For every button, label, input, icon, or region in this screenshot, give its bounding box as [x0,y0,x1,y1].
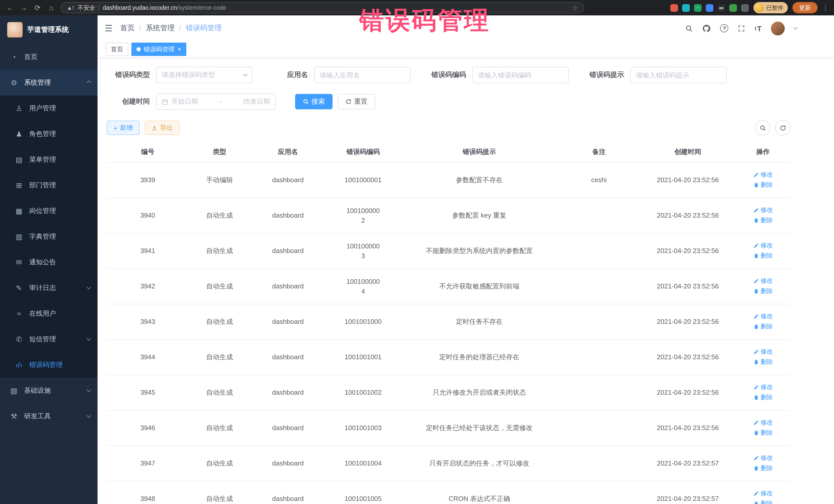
sidebar-item-11[interactable]: ✆短信管理 [0,326,97,352]
column-header-4: 错误码提示 [400,141,558,162]
sidebar-item-10[interactable]: ≈在线用户 [0,301,97,326]
search-icon[interactable] [685,24,693,32]
breadcrumb-item-0[interactable]: 首页 [120,24,135,33]
app-name-input[interactable] [314,67,411,83]
error-hint-input[interactable] [630,67,727,83]
help-icon[interactable]: ? [720,24,728,32]
sidebar-item-7[interactable]: ▥字典管理 [0,224,97,249]
edit-link[interactable]: 修改 [753,311,773,321]
sidebar-item-3[interactable]: ♟角色管理 [0,121,97,147]
github-icon[interactable] [702,24,711,32]
extension-puzzle-icon[interactable] [741,4,749,12]
table-row: 3947自动生成dashboard1001001004只有开启状态的任务，才可以… [107,446,790,481]
address-bar[interactable]: ▲! 不安全 dashboard.yudao.iocoder.cn/system… [61,2,584,13]
browser-menu-icon[interactable]: ⋮ [822,4,829,12]
refresh-icon[interactable] [775,120,790,135]
cell-remark [558,233,640,269]
cell-id: 3946 [107,410,189,446]
tab-1[interactable]: 错误码管理× [131,43,186,56]
cell-code: 1001001005 [325,481,400,504]
edit-link[interactable]: 修改 [753,170,773,179]
app-logo[interactable]: 芋道管理系统 [0,15,97,44]
toggle-search-icon[interactable] [755,120,770,135]
sidebar-item-8[interactable]: ✉通知公告 [0,249,97,275]
tab-close-icon[interactable]: × [178,46,181,52]
extension-grid-icon[interactable] [706,4,714,12]
cell-id: 3940 [107,198,189,233]
edit-link[interactable]: 修改 [753,347,773,356]
table-row: 3943自动生成dashboard1001001000定时任务不存在2021-0… [107,304,790,339]
sidebar-item-6[interactable]: ▦岗位管理 [0,198,97,224]
department-icon: ⊞ [14,181,24,190]
table-head-row: 编号类型应用名错误码编码错误码提示备注创建时间操作 [107,141,790,162]
sidebar-item-2[interactable]: ♙用户管理 [0,95,97,121]
devtool-icon: ⚒ [9,412,19,420]
cell-id: 3948 [107,481,189,504]
cell-remark: ceshi [558,162,640,198]
browser-update-button[interactable]: 更新 [792,2,817,13]
edit-link[interactable]: 修改 [753,241,773,250]
reset-button[interactable]: 重置 [338,94,375,109]
edit-link[interactable]: 修改 [753,418,773,427]
cell-ops: 修改删除 [736,269,790,304]
edit-link[interactable]: 修改 [753,489,773,498]
error-type-select[interactable]: 请选择错误码类型 [156,67,253,83]
breadcrumb-item-2[interactable]: 错误码管理 [186,24,222,33]
breadcrumb-item-1[interactable]: 系统管理 [146,24,175,33]
avatar-chevron-down-icon[interactable] [793,25,798,30]
extension-leaf-icon[interactable] [729,4,737,12]
bookmark-star-icon[interactable]: ☆ [572,4,578,12]
sidebar-item-5[interactable]: ⊞部门管理 [0,172,97,198]
sidebar-item-14[interactable]: ⚒研发工具 [0,403,97,429]
delete-link[interactable]: 删除 [753,251,773,260]
delete-link[interactable]: 删除 [753,322,773,331]
sidebar-item-12[interactable]: ‹/›错误码管理 [0,352,97,378]
cell-time: 2021-04-20 23:52:56 [640,198,736,233]
sidebar-item-13[interactable]: ▧基础设施 [0,378,97,403]
fullscreen-icon[interactable] [738,24,745,32]
forward-icon[interactable]: → [19,4,28,12]
sidebar-item-4[interactable]: ▤菜单管理 [0,147,97,172]
date-range-picker[interactable]: 开始日期 - 结束日期 [156,93,276,110]
delete-link[interactable]: 删除 [753,216,773,225]
extension-red-icon[interactable] [670,4,678,12]
delete-link[interactable]: 删除 [753,393,773,402]
column-header-0: 编号 [107,141,189,162]
delete-link[interactable]: 删除 [753,463,773,473]
edit-link[interactable]: 修改 [753,205,773,215]
sidebar-item-label: 通知公告 [29,258,90,267]
browser-home-icon[interactable]: ⌂ [47,4,56,12]
edit-link[interactable]: 修改 [753,382,773,392]
error-code-input[interactable] [472,67,569,83]
delete-link[interactable]: 删除 [753,357,773,367]
search-button[interactable]: 搜索 [295,94,333,109]
extension-teal-icon[interactable] [682,4,690,12]
tab-0[interactable]: 首页 [106,43,128,56]
chevron-down-icon [87,285,91,289]
browser-profile-chip[interactable]: 已暂停 [753,2,788,13]
export-button[interactable]: 导出 [145,120,179,135]
edit-link[interactable]: 修改 [753,453,773,462]
font-size-icon[interactable]: tT [755,24,762,32]
add-button[interactable]: + 新增 [107,120,139,135]
delete-link[interactable]: 删除 [753,428,773,437]
reload-icon[interactable]: ⟳ [33,4,42,12]
filter-hint-label: 错误码提示 [581,70,630,80]
sidebar-item-0[interactable]: ◔首页 [0,44,97,70]
breadcrumb-separator: / [179,24,181,32]
extension-dark-on-icon[interactable]: on [718,4,725,12]
sidebar-item-9[interactable]: ✎审计日志 [0,275,97,301]
extension-green-check-icon[interactable]: ✓ [694,4,702,12]
hamburger-icon[interactable]: ☰ [105,23,113,34]
delete-link[interactable]: 删除 [753,180,773,190]
edit-link[interactable]: 修改 [753,276,773,285]
cell-ops: 修改删除 [736,339,790,375]
delete-link[interactable]: 删除 [753,286,773,295]
url-domain: dashboard.yudao.iocoder.cn [103,5,177,11]
calendar-icon [162,98,168,105]
filter-app-name: 应用名 [265,67,411,83]
back-icon[interactable]: ← [5,4,14,12]
sidebar-item-1[interactable]: ⚙系统管理 [0,70,97,95]
delete-link[interactable]: 删除 [753,499,773,504]
user-avatar[interactable] [771,21,785,35]
